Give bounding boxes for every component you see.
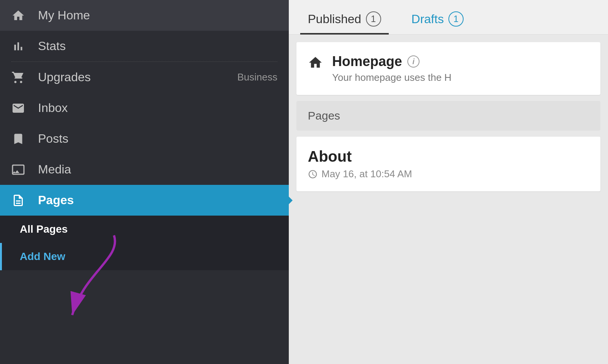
posts-icon <box>11 132 31 146</box>
tab-drafts-count: 1 <box>448 11 464 27</box>
upgrades-icon <box>11 71 31 84</box>
sidebar: My Home Stats Upgrades Business Inbox Po… <box>0 0 289 364</box>
sidebar-label-my-home: My Home <box>38 8 90 22</box>
about-card-date: May 16, at 10:54 AM <box>308 168 589 180</box>
sidebar-item-stats[interactable]: Stats <box>0 31 289 61</box>
homepage-card-title: Homepage i <box>332 54 589 69</box>
home-icon <box>11 9 31 22</box>
about-date-text: May 16, at 10:54 AM <box>321 168 412 180</box>
tab-drafts[interactable]: Drafts 1 <box>404 0 471 34</box>
sidebar-item-pages[interactable]: Pages <box>0 185 289 216</box>
homepage-card[interactable]: Homepage i Your homepage uses the H <box>296 42 600 95</box>
info-icon: i <box>407 55 420 68</box>
homepage-card-content: Homepage i Your homepage uses the H <box>332 54 589 84</box>
tab-published-label: Published <box>308 12 361 26</box>
tab-drafts-label: Drafts <box>412 12 444 26</box>
tabs-bar: Published 1 Drafts 1 <box>289 0 608 35</box>
sidebar-item-posts[interactable]: Posts <box>0 123 289 154</box>
inbox-icon <box>11 101 31 115</box>
sidebar-item-media[interactable]: Media <box>0 154 289 185</box>
sidebar-sub-all-pages[interactable]: All Pages <box>0 216 289 243</box>
sidebar-label-inbox: Inbox <box>38 101 68 115</box>
all-pages-label: All Pages <box>20 223 68 235</box>
homepage-card-subtitle: Your homepage uses the H <box>332 72 589 84</box>
homepage-card-icon <box>308 55 323 74</box>
pages-icon <box>11 194 31 207</box>
sidebar-label-upgrades: Upgrades <box>38 70 91 84</box>
sidebar-sub-add-new[interactable]: Add New <box>0 243 289 270</box>
media-icon <box>11 163 31 176</box>
tab-published-count: 1 <box>366 11 381 27</box>
sidebar-label-posts: Posts <box>38 132 68 146</box>
tab-published[interactable]: Published 1 <box>300 0 389 34</box>
section-label-text: Pages <box>308 109 340 122</box>
pages-active-arrow <box>285 193 293 208</box>
homepage-title-text: Homepage <box>332 54 402 69</box>
stats-icon <box>11 39 31 53</box>
sidebar-label-media: Media <box>38 162 71 176</box>
sidebar-item-upgrades[interactable]: Upgrades Business <box>0 62 289 93</box>
sidebar-label-pages: Pages <box>38 193 74 207</box>
sidebar-label-stats: Stats <box>38 39 66 53</box>
main-content: Published 1 Drafts 1 Homepage i Your hom… <box>289 0 608 364</box>
about-card-title: About <box>308 148 589 165</box>
add-new-label: Add New <box>20 251 65 262</box>
pages-section-header: Pages <box>296 101 600 131</box>
sidebar-sub-menu: All Pages Add New <box>0 216 289 270</box>
sidebar-item-inbox[interactable]: Inbox <box>0 93 289 123</box>
clock-icon <box>308 169 318 179</box>
upgrades-badge: Business <box>238 71 278 83</box>
cards-container: Homepage i Your homepage uses the H Page… <box>289 35 608 364</box>
sidebar-item-my-home[interactable]: My Home <box>0 0 289 31</box>
about-card[interactable]: About May 16, at 10:54 AM <box>296 137 600 191</box>
